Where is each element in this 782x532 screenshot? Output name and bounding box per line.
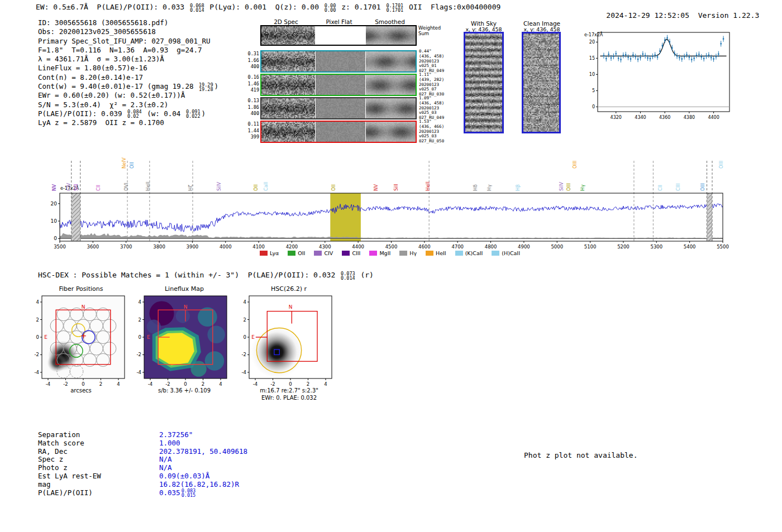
svg-text:5100: 5100	[584, 244, 597, 250]
fiber-pixelflat-image	[316, 75, 365, 95]
lineflux-map-title: Lineflux Map	[137, 285, 232, 293]
svg-text:Hζ: Hζ	[188, 185, 193, 191]
svg-text:5500: 5500	[717, 244, 729, 250]
svg-text:4400: 4400	[708, 115, 719, 120]
match-table-label: RA, Dec	[38, 447, 159, 456]
svg-text:0: 0	[139, 334, 141, 340]
svg-text:-4: -4	[137, 370, 141, 375]
svg-text:20: 20	[589, 40, 595, 45]
value-uncertainty: 19.2919.28	[199, 83, 213, 92]
fiber-row-weights: 0.161.46419	[246, 74, 259, 94]
legend-item: (H)CaII	[492, 250, 520, 256]
match-table-value: 0.09(±0.03)Å	[159, 472, 209, 480]
main-plot-svg: 3500360037003800390040004100420043004400…	[49, 150, 731, 251]
fiber-smoothed-image	[366, 51, 416, 71]
fiber-row-annotation: 0.44"(436, 458)20200123v025_01027_RU_049	[419, 49, 444, 74]
spec2d-section: 2D Spec Pixel Flat Smoothed WeightedSum …	[260, 18, 448, 145]
svg-text:4600: 4600	[418, 244, 431, 250]
match-table-row: mag16.82(16.82,16.82)R	[38, 480, 247, 488]
fiber-row-annotation: 1.53"(436, 466)20200123v025_03027_RU_050	[419, 119, 444, 144]
spec2d-col-title-smoothed: Smoothed	[365, 18, 415, 25]
svg-text:Hγ: Hγ	[580, 185, 585, 191]
hsc-caption-1: m:16.7 re:2.7" s:2.3"	[237, 387, 341, 394]
fiber-positions-title: Fiber Positions	[34, 285, 128, 293]
svg-text:4400: 4400	[352, 244, 364, 250]
svg-text:2: 2	[139, 317, 141, 323]
fiber-smoothed-image	[366, 98, 416, 118]
svg-text:-2: -2	[242, 352, 246, 357]
svg-text:3900: 3900	[187, 244, 199, 250]
fiber-row-weights: 0.131.86400	[246, 98, 259, 117]
match-table-row: P(LAE)/P(OII)0.0350.0830.015	[38, 488, 247, 497]
info-line: S/N = 5.3(±0.4) χ² = 2.3(±0.2)	[38, 100, 218, 109]
weighted-2dspec-image	[261, 26, 315, 45]
match-table-label: Separation	[38, 430, 159, 439]
fiber-pixelflat-image	[316, 122, 365, 142]
fiber-row-weights: 0.311.66400	[246, 51, 259, 70]
legend-item: CIII	[342, 250, 360, 256]
spec2d-row	[260, 121, 417, 143]
clean-image	[523, 33, 559, 132]
svg-text:10: 10	[51, 218, 58, 224]
svg-text:N: N	[82, 304, 85, 310]
match-table-label: Photo z	[38, 463, 159, 472]
hsc-dex-line: HSC-DEX : Possible Matches = 1 (within +…	[38, 271, 374, 280]
svg-text:0: 0	[184, 381, 187, 386]
svg-text:OIII: OIII	[566, 183, 571, 191]
svg-text:0: 0	[54, 236, 57, 241]
match-table-label: Spec z	[38, 455, 159, 463]
svg-text:4100: 4100	[252, 244, 265, 250]
svg-text:OIII: OIII	[572, 161, 578, 169]
svg-text:-4: -4	[46, 381, 50, 386]
spec2d-row	[260, 74, 417, 96]
match-table-value: 16.82(16.82,16.82)R	[159, 480, 239, 488]
zoom-plot-svg: 4320434043604380440005101520e-17x2Å	[581, 28, 733, 124]
svg-text:4340: 4340	[635, 115, 646, 120]
svg-text:Hδ: Hδ	[473, 184, 478, 191]
svg-text:0: 0	[82, 381, 84, 386]
spec2d-col-title-pixelflat: Pixel Flat	[314, 18, 364, 25]
fiber-smoothed-image	[366, 75, 416, 95]
match-table-row: Photo zN/A	[38, 463, 247, 472]
legend-swatch	[455, 251, 463, 256]
fiber-row-weights: 0.111.44399	[246, 121, 259, 141]
legend-item: (K)CaII	[455, 250, 483, 256]
svg-text:OII: OII	[129, 162, 135, 169]
svg-text:4300: 4300	[319, 244, 331, 250]
match-table-value: N/A	[159, 455, 172, 463]
legend-item: MgII	[369, 250, 390, 256]
svg-text:E: E	[147, 334, 150, 340]
svg-text:3500: 3500	[54, 244, 66, 250]
fiber-positions-panel: NE-4-4-2-2002244	[17, 293, 137, 386]
svg-text:-4: -4	[242, 370, 246, 375]
lineflux-map-panel: NE-4-4-2-2002244	[120, 293, 239, 386]
svg-text:E: E	[251, 334, 255, 340]
match-table-row: Separation2.37256"	[38, 430, 247, 439]
svg-text:4000: 4000	[220, 244, 232, 250]
match-table-value: N/A	[159, 463, 172, 472]
svg-text:2: 2	[244, 317, 246, 323]
header-summary-line: EW: 0.5±6.7Å P(LAE)/P(OII): 0.033 0.0680…	[36, 3, 500, 12]
header-timestamp-version: 2024-12-29 12:52:05 Version 1.22.3	[589, 3, 759, 28]
zoom-line-plot: 4320434043604380440005101520e-17x2Å	[581, 28, 733, 124]
legend-item: Lyα	[260, 250, 279, 256]
legend-item: CIV	[314, 250, 333, 256]
svg-text:OVI: OVI	[123, 183, 129, 191]
timestamp: 2024-12-29 12:52:05	[606, 11, 689, 20]
svg-text:3800: 3800	[153, 244, 165, 250]
svg-text:4: 4	[36, 299, 39, 305]
svg-text:-2: -2	[63, 381, 68, 386]
svg-text:4: 4	[139, 299, 141, 305]
svg-text:HeII: HeII	[425, 181, 431, 191]
info-line: Cont(n) = 8.20(±0.14)e-17	[38, 73, 218, 82]
svg-text:CIV: CIV	[66, 183, 71, 191]
svg-text:5000: 5000	[551, 244, 563, 250]
info-line: Primary Spec_Slot_IFU_AMP: 027_098_001_R…	[38, 37, 218, 46]
svg-text:SiII: SiII	[73, 184, 79, 191]
svg-text:4800: 4800	[485, 244, 497, 250]
svg-text:3700: 3700	[120, 244, 132, 250]
legend-swatch	[342, 251, 350, 256]
with-sky-cutout	[464, 32, 504, 133]
match-table-row: RA, Dec202.378191, 50.409618	[38, 447, 247, 456]
spec2d-weighted-strip	[260, 25, 417, 46]
